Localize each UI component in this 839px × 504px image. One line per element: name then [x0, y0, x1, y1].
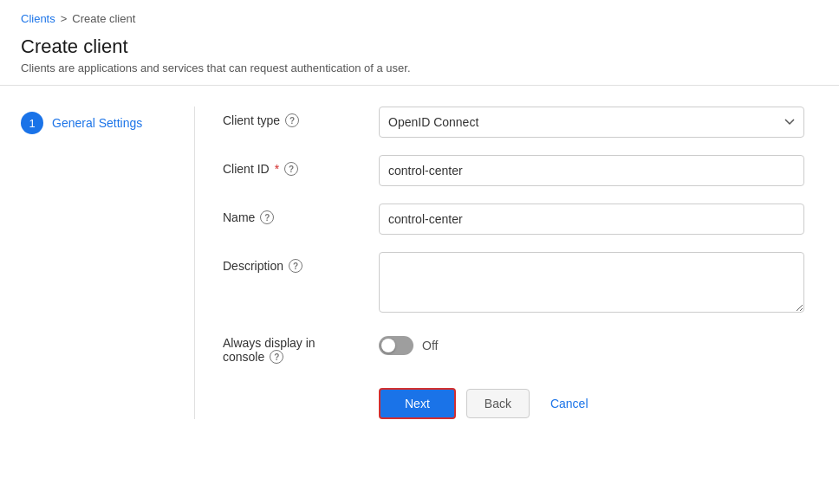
client-id-input[interactable]	[379, 155, 804, 186]
step-label-1: General Settings	[52, 116, 142, 130]
name-label: Name ?	[223, 204, 379, 224]
form-container: Client type ? OpenID Connect SAML Client…	[194, 107, 818, 419]
client-type-select[interactable]: OpenID Connect SAML	[379, 107, 804, 138]
page-subtitle: Clients are applications and services th…	[21, 61, 818, 74]
always-display-field: Off	[379, 333, 804, 355]
toggle-off-label: Off	[422, 339, 438, 352]
client-type-row: Client type ? OpenID Connect SAML	[223, 107, 804, 138]
client-id-help-icon[interactable]: ?	[284, 162, 298, 176]
page-title: Create client	[21, 36, 818, 58]
main-content: 1 General Settings Client type ? OpenID …	[0, 86, 839, 440]
client-id-field	[379, 155, 804, 186]
always-display-toggle[interactable]	[379, 336, 413, 355]
always-display-help-icon[interactable]: ?	[270, 350, 283, 364]
toggle-thumb	[381, 339, 395, 352]
description-label: Description ?	[223, 252, 379, 273]
breadcrumb-current: Create client	[72, 12, 135, 25]
step-number-1: 1	[21, 112, 43, 134]
name-row: Name ?	[223, 204, 804, 235]
client-type-label: Client type ?	[223, 107, 379, 127]
description-help-icon[interactable]: ?	[289, 259, 302, 273]
toggle-container: Off	[379, 333, 804, 355]
sidebar-step-1[interactable]: 1 General Settings	[21, 107, 194, 139]
client-id-label: Client ID * ?	[223, 155, 379, 176]
always-display-label: Always display in console ?	[223, 333, 379, 364]
name-help-icon[interactable]: ?	[260, 210, 274, 224]
client-id-row: Client ID * ?	[223, 155, 804, 186]
breadcrumb-separator: >	[61, 12, 68, 25]
always-display-row: Always display in console ? Off	[223, 333, 804, 364]
back-button[interactable]: Back	[466, 389, 530, 418]
client-type-help-icon[interactable]: ?	[285, 113, 299, 127]
buttons-row: Next Back Cancel	[223, 388, 804, 419]
name-input[interactable]	[379, 204, 804, 235]
description-row: Description ?	[223, 252, 804, 315]
cancel-button[interactable]: Cancel	[540, 390, 599, 417]
breadcrumb: Clients > Create client	[0, 0, 839, 32]
next-button[interactable]: Next	[379, 388, 456, 419]
toggle-track	[379, 336, 413, 355]
client-id-required: *	[275, 162, 279, 176]
description-field	[379, 252, 804, 315]
sidebar: 1 General Settings	[21, 107, 194, 419]
breadcrumb-parent-link[interactable]: Clients	[21, 12, 55, 25]
name-field	[379, 204, 804, 235]
client-type-field: OpenID Connect SAML	[379, 107, 804, 138]
description-textarea[interactable]	[379, 252, 804, 313]
page-header: Create client Clients are applications a…	[0, 32, 839, 86]
